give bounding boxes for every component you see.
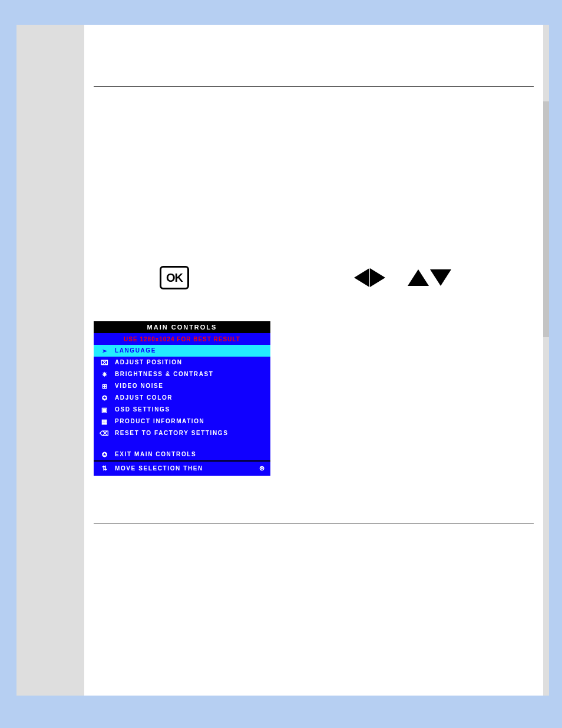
osd-item-label: VIDEO NOISE (115, 381, 164, 391)
osd-item-label: BRIGHTNESS & CONTRAST (115, 370, 214, 379)
document-page: OK MAIN CONTROLS USE 1280x1024 FOR BEST … (84, 25, 543, 696)
osd-item[interactable]: ⌫RESET TO FACTORY SETTINGS (94, 427, 270, 439)
product-info-icon: ▦ (100, 417, 109, 426)
osd-item-exit[interactable]: ✪ EXIT MAIN CONTROLS (94, 449, 270, 460)
osd-item-label: ADJUST POSITION (115, 358, 183, 367)
reset-icon: ⌫ (100, 429, 109, 438)
arrow-left-icon (354, 268, 369, 287)
osd-item[interactable]: ▣OSD SETTINGS (94, 404, 270, 416)
osd-settings-icon: ▣ (100, 405, 109, 414)
osd-item-label: EXIT MAIN CONTROLS (115, 450, 196, 459)
osd-item-label: LANGUAGE (115, 346, 156, 355)
language-icon: ➣ (100, 346, 109, 355)
osd-item[interactable]: ⌧ADJUST POSITION (94, 357, 270, 368)
osd-title: MAIN CONTROLS (94, 321, 270, 333)
color-icon: ✪ (100, 393, 109, 403)
arrow-up-icon (408, 269, 429, 286)
osd-item-label: OSD SETTINGS (115, 405, 170, 414)
osd-item-label: RESET TO FACTORY SETTINGS (115, 429, 228, 438)
page-frame: OK MAIN CONTROLS USE 1280x1024 FOR BEST … (16, 25, 549, 696)
scrollbar-track[interactable] (543, 25, 549, 696)
osd-footer-label: MOVE SELECTION THEN (115, 465, 203, 472)
position-icon: ⌧ (100, 358, 109, 367)
ok-mark-icon: ⊛ (259, 465, 266, 472)
osd-main-controls: MAIN CONTROLS USE 1280x1024 FOR BEST RES… (94, 321, 270, 476)
arrow-icons (354, 268, 451, 287)
osd-item[interactable]: ▦PRODUCT INFORMATION (94, 416, 270, 427)
ok-label: OK (166, 271, 183, 285)
osd-resolution-hint: USE 1280x1024 FOR BEST RESULT (94, 333, 270, 345)
scrollbar-thumb[interactable] (543, 101, 549, 337)
osd-item[interactable]: ➣LANGUAGE (94, 345, 270, 357)
osd-item-label: PRODUCT INFORMATION (115, 417, 204, 426)
button-icon-row: OK (94, 252, 534, 304)
osd-footer: ⇅ MOVE SELECTION THEN ⊛ (94, 460, 270, 476)
outer-scrollbar-thumb[interactable] (553, 153, 556, 483)
arrow-down-icon (430, 269, 451, 286)
ok-button-icon: OK (160, 266, 189, 289)
exit-icon: ✪ (100, 450, 109, 459)
video-noise-icon: ⊞ (100, 381, 109, 391)
arrow-right-icon (370, 268, 385, 287)
osd-item[interactable]: ✷BRIGHTNESS & CONTRAST (94, 368, 270, 380)
nav-updown-icon: ⇅ (100, 465, 109, 472)
brightness-icon: ✷ (100, 370, 109, 379)
osd-item[interactable]: ✪ADJUST COLOR (94, 392, 270, 404)
osd-item-label: ADJUST COLOR (115, 393, 173, 403)
osd-item[interactable]: ⊞VIDEO NOISE (94, 380, 270, 392)
